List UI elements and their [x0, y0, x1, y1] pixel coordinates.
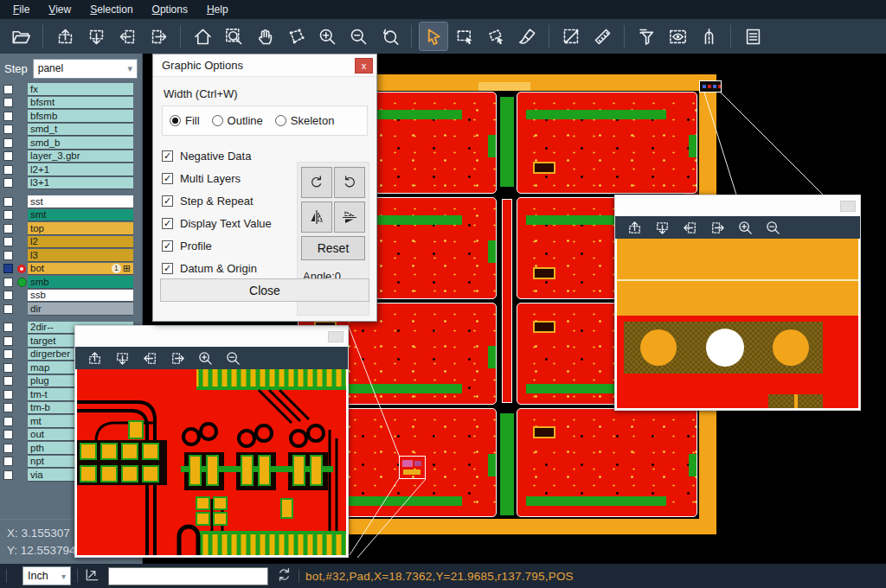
- layer-checkbox[interactable]: [3, 417, 13, 426]
- pan-down-button[interactable]: [111, 348, 133, 368]
- layer-name[interactable]: sst: [28, 195, 133, 208]
- layer-row-ssb[interactable]: ssb: [0, 290, 142, 303]
- zoom-in-button[interactable]: [734, 217, 756, 238]
- layer-checkbox[interactable]: [3, 138, 13, 148]
- sync-icon[interactable]: [276, 566, 292, 586]
- zoom-prev-button[interactable]: [376, 22, 403, 50]
- pan-right-button[interactable]: [144, 22, 172, 50]
- magnifier-window-right[interactable]: [614, 195, 861, 411]
- magnifier-window-left[interactable]: [74, 325, 349, 558]
- zoom-out-button[interactable]: [222, 348, 244, 368]
- layer-checkbox[interactable]: [3, 336, 13, 346]
- rect-select-button[interactable]: [451, 22, 478, 50]
- home-button[interactable]: [189, 22, 216, 50]
- layer-row-bot[interactable]: bot1⊞: [0, 263, 142, 276]
- layer-row-dir[interactable]: dir: [0, 303, 142, 316]
- layer-name[interactable]: smd_t: [28, 124, 133, 137]
- layer-row-top[interactable]: top: [0, 222, 142, 235]
- zoom-in-button[interactable]: [313, 22, 341, 50]
- mirror-v-button[interactable]: [334, 201, 365, 233]
- layer-checkbox[interactable]: [3, 363, 13, 373]
- checkbox-profile[interactable]: ✓Profile: [162, 234, 279, 257]
- zoom-out-button[interactable]: [761, 217, 784, 238]
- pan-right-button[interactable]: [706, 217, 729, 238]
- layer-name[interactable]: smb: [28, 276, 133, 289]
- magnifier-left-titlebar[interactable]: [75, 326, 348, 347]
- layer-checkbox[interactable]: [3, 125, 13, 134]
- layer-row-l3+1[interactable]: l3+1: [0, 177, 142, 190]
- layer-row-sst[interactable]: sst: [0, 195, 142, 208]
- poly-select-button[interactable]: [482, 22, 510, 50]
- pan-up-button[interactable]: [83, 348, 106, 368]
- layer-checkbox[interactable]: [3, 278, 13, 287]
- zoom-out-button[interactable]: [344, 22, 372, 50]
- measure-button[interactable]: [557, 22, 585, 50]
- reset-button[interactable]: Reset: [301, 236, 365, 260]
- layer-checkbox[interactable]: [3, 430, 13, 439]
- ruler-button[interactable]: [588, 22, 616, 50]
- layer-checkbox[interactable]: [3, 444, 13, 453]
- brush-button[interactable]: [513, 22, 541, 50]
- layer-name[interactable]: l3: [28, 249, 133, 262]
- layer-row-smd_t[interactable]: smd_t: [0, 124, 142, 137]
- layer-name[interactable]: smt: [28, 209, 133, 222]
- zoom-in-button[interactable]: [194, 348, 216, 368]
- pan-up-button[interactable]: [51, 22, 79, 50]
- rotate-cw-button[interactable]: [301, 167, 332, 198]
- layer-checkbox[interactable]: [3, 304, 13, 314]
- checkbox-datum-origin[interactable]: ✓Datum & Origin: [162, 257, 279, 279]
- radio-outline[interactable]: Outline: [212, 114, 263, 127]
- layer-checkbox[interactable]: [3, 390, 13, 399]
- pcb-board-r4c2[interactable]: [517, 408, 697, 517]
- checkbox-display-text-value[interactable]: ✓Display Text Value: [162, 212, 279, 234]
- pan-down-button[interactable]: [82, 22, 110, 50]
- layer-checkbox[interactable]: [3, 376, 13, 386]
- layer-row-bfsmt[interactable]: bfsmt: [0, 97, 142, 110]
- layer-checkbox[interactable]: [3, 112, 13, 121]
- pan-left-button[interactable]: [113, 22, 141, 50]
- layer-checkbox[interactable]: [3, 210, 13, 220]
- step-select[interactable]: panel ▾: [33, 59, 138, 79]
- layer-row-l3[interactable]: l3: [0, 249, 142, 262]
- layer-name[interactable]: smd_b: [28, 137, 133, 150]
- layer-checkbox[interactable]: [3, 224, 13, 233]
- layer-row-bfsmb[interactable]: bfsmb: [0, 110, 142, 123]
- layer-row-fx[interactable]: fx: [0, 83, 142, 96]
- pan-left-button[interactable]: [138, 348, 161, 368]
- window-button[interactable]: [840, 201, 856, 212]
- layer-name[interactable]: top: [28, 222, 133, 235]
- close-button[interactable]: Close: [160, 278, 369, 302]
- menu-item-view[interactable]: View: [39, 0, 80, 19]
- trace-button[interactable]: [695, 22, 722, 50]
- layer-name[interactable]: bot1⊞: [28, 263, 133, 276]
- layer-name[interactable]: l2+1: [28, 163, 133, 176]
- layer-name[interactable]: l2: [28, 236, 133, 249]
- layer-row-layer_3.gbr[interactable]: layer_3.gbr: [0, 150, 142, 163]
- layer-checkbox[interactable]: [3, 98, 13, 107]
- layer-checkbox[interactable]: [3, 178, 13, 188]
- layer-checkbox[interactable]: [3, 457, 13, 466]
- layer-checkbox[interactable]: [3, 165, 13, 175]
- unit-select[interactable]: Inch ▾: [22, 566, 71, 585]
- report-button[interactable]: [739, 22, 767, 50]
- pan-left-button[interactable]: [678, 217, 701, 238]
- layer-row-smt[interactable]: smt: [0, 209, 142, 222]
- command-input[interactable]: [108, 567, 268, 585]
- pan-up-button[interactable]: [623, 217, 645, 238]
- menu-item-selection[interactable]: Selection: [80, 0, 142, 19]
- layer-row-smb[interactable]: smb: [0, 276, 142, 289]
- layer-checkbox[interactable]: [3, 237, 13, 246]
- layer-checkbox[interactable]: [3, 264, 13, 273]
- layer-name[interactable]: fx: [28, 83, 133, 96]
- radio-skeleton[interactable]: Skeleton: [275, 114, 335, 127]
- select-arrow-button[interactable]: [420, 22, 447, 50]
- snap-corner-icon[interactable]: [84, 566, 100, 586]
- layer-checkbox[interactable]: [3, 197, 13, 207]
- pan-down-button[interactable]: [651, 217, 673, 238]
- checkbox-multi-layers[interactable]: ✓Multi Layers: [162, 167, 279, 189]
- layer-checkbox[interactable]: [3, 323, 13, 332]
- layer-row-smd_b[interactable]: smd_b: [0, 137, 142, 150]
- layer-checkbox[interactable]: [3, 470, 13, 480]
- magnifier-right-titlebar[interactable]: [615, 195, 860, 216]
- filter-button[interactable]: [632, 22, 660, 50]
